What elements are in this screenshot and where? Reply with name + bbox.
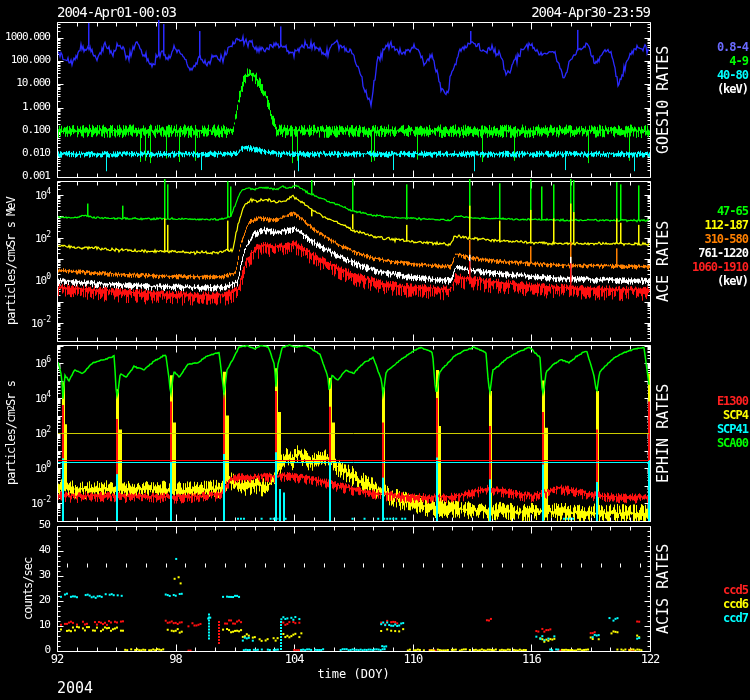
ephin-panel-title: EPHIN RATES [652, 345, 674, 521]
ephin-y-unit-label: particles/cm2 Sr s [2, 345, 20, 521]
goes10-ytick: 1000.000 [0, 31, 50, 43]
x-tick-110: 110 [391, 653, 435, 666]
ace-y-unit-label: particles/cm2 Sr s MeV [2, 181, 20, 341]
acis-y-unit-label: counts/sec [19, 526, 37, 651]
goes10-ytick: 0.001 [0, 170, 50, 182]
x-tick-98: 98 [154, 653, 198, 666]
ace-panel-title: ACE RATES [652, 181, 674, 341]
year-label: 2004 [57, 681, 93, 697]
x-tick-116: 116 [509, 653, 553, 666]
goes10-ytick: 1.000 [0, 101, 50, 113]
goes10-ytick: 0.010 [0, 147, 50, 159]
goes10-ytick: 0.100 [0, 124, 50, 136]
radiation-monitor-plot: 2004-Apr01-00:03 2004-Apr30-23:59 time (… [0, 0, 750, 700]
end-date-label: 2004-Apr30-23:59 [531, 5, 650, 20]
goes10-ytick: 100.000 [0, 54, 50, 66]
x-tick-122: 122 [628, 653, 672, 666]
goes10-ytick: 10.000 [0, 77, 50, 89]
x-tick-92: 92 [35, 653, 79, 666]
goes10-panel-title: GOES10 RATES [652, 22, 674, 177]
x-axis-title: time (DOY) [57, 668, 650, 681]
x-tick-104: 104 [272, 653, 316, 666]
acis-panel-title: ACIS RATES [652, 526, 674, 651]
start-date-label: 2004-Apr01-00:03 [57, 5, 176, 20]
